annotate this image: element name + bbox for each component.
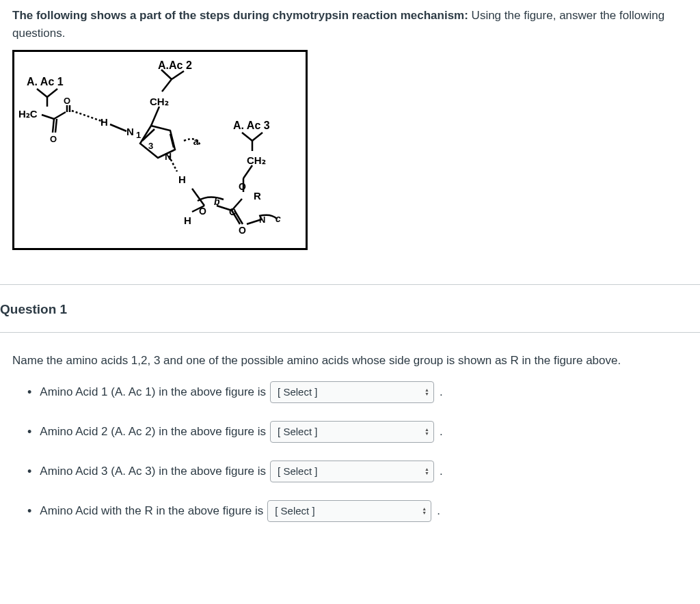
select-aa3[interactable]: [ Select ] ▲▼	[270, 461, 434, 482]
svg-text:a: a	[193, 136, 199, 147]
answer-item-4: Amino Acid with the R in the above figur…	[27, 500, 688, 522]
period: .	[440, 383, 443, 401]
select-aa1-text: [ Select ]	[278, 385, 317, 400]
svg-text:CH₂: CH₂	[150, 96, 169, 107]
svg-text:N: N	[259, 215, 265, 225]
svg-text:H: H	[100, 116, 108, 128]
svg-text:H: H	[184, 215, 191, 226]
svg-text:O: O	[50, 134, 57, 144]
answer-item-1: Amino Acid 1 (A. Ac 1) in the above figu…	[27, 381, 688, 403]
answer-item-3: Amino Acid 3 (A. Ac 3) in the above figu…	[27, 461, 688, 482]
svg-line-20	[252, 133, 262, 141]
period: .	[437, 502, 440, 520]
select-aa-r[interactable]: [ Select ] ▲▼	[267, 500, 431, 522]
question-text: Name the amino acids 1,2, 3 and one of t…	[12, 352, 688, 370]
answer-label-3: Amino Acid 3 (A. Ac 3) in the above figu…	[40, 463, 266, 480]
select-aa1[interactable]: [ Select ] ▲▼	[270, 381, 434, 403]
svg-text:N: N	[165, 151, 172, 162]
chem-structure: H₂C O O H N 1 CH₂ 3 N a H O H b CH₂ O R …	[14, 52, 306, 248]
svg-line-24	[192, 189, 204, 206]
select-aa3-text: [ Select ]	[278, 464, 317, 480]
svg-text:O: O	[239, 181, 246, 192]
period: .	[440, 423, 443, 441]
answer-label-1: Amino Acid 1 (A. Ac 1) in the above figu…	[40, 383, 266, 401]
select-arrows-icon: ▲▼	[425, 428, 429, 436]
answer-label-4: Amino Acid with the R in the above figur…	[40, 502, 263, 520]
svg-text:O: O	[239, 225, 246, 236]
intro-text: The following shows a part of the steps …	[12, 7, 688, 42]
svg-line-12	[172, 71, 184, 79]
select-arrows-icon: ▲▼	[422, 507, 427, 515]
question-heading: Question 1	[0, 285, 700, 333]
select-arrows-icon: ▲▼	[425, 467, 429, 476]
reaction-figure: A.Ac 2 A. Ac 1 A. Ac 3	[12, 50, 308, 250]
svg-text:c: c	[275, 213, 281, 224]
svg-line-3	[42, 115, 54, 119]
svg-line-0	[37, 89, 47, 97]
select-aa-r-text: [ Select ]	[275, 504, 314, 519]
svg-line-8	[55, 119, 57, 133]
svg-text:3: 3	[148, 141, 153, 151]
intro-bold: The following shows a part of the steps …	[12, 9, 468, 22]
answer-item-2: Amino Acid 2 (A. Ac 2) in the above figu…	[27, 421, 688, 443]
svg-line-1	[47, 89, 57, 97]
select-arrows-icon: ▲▼	[425, 388, 429, 396]
label-h2c: H₂C	[18, 108, 38, 120]
svg-line-9	[72, 111, 103, 122]
svg-line-13	[162, 79, 172, 92]
svg-line-11	[161, 70, 172, 79]
svg-text:b: b	[214, 196, 220, 207]
answer-list: Amino Acid 1 (A. Ac 1) in the above figu…	[12, 381, 688, 522]
svg-line-22	[243, 165, 252, 178]
svg-text:N: N	[126, 126, 134, 137]
svg-text:R: R	[254, 190, 261, 202]
svg-line-10	[110, 124, 126, 131]
period: .	[440, 463, 443, 480]
svg-text:C: C	[229, 206, 236, 217]
svg-text:CH₂: CH₂	[247, 154, 266, 166]
svg-line-4	[54, 112, 66, 119]
select-aa2[interactable]: [ Select ] ▲▼	[270, 421, 434, 443]
svg-text:O: O	[199, 206, 206, 217]
svg-text:H: H	[178, 174, 186, 185]
svg-line-14	[151, 107, 159, 126]
select-aa2-text: [ Select ]	[278, 424, 317, 440]
question-body: Name the amino acids 1,2, 3 and one of t…	[12, 352, 688, 523]
answer-label-2: Amino Acid 2 (A. Ac 2) in the above figu…	[40, 423, 266, 441]
svg-line-7	[53, 119, 54, 133]
svg-text:1: 1	[136, 130, 141, 140]
svg-line-19	[242, 133, 252, 141]
svg-text:O: O	[64, 96, 70, 106]
